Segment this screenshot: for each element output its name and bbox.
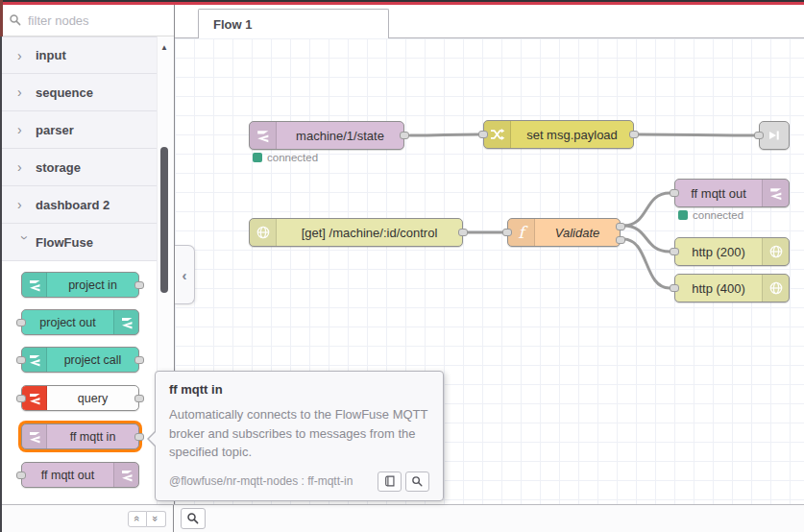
node-http-response-200[interactable]: http (200) [674, 237, 790, 266]
double-chevron-down-icon: » [151, 516, 162, 521]
open-docs-button[interactable] [378, 472, 402, 492]
node-http-in-get-machine-id-control[interactable]: [get] /machine/:id/control [249, 218, 463, 247]
category-storage[interactable]: › storage [0, 149, 157, 186]
palette-categories: › input › sequence › parser › storage › … [0, 36, 157, 261]
palette-node-project-out[interactable]: project out [21, 309, 139, 335]
node-label: Validate [535, 219, 620, 246]
category-sequence[interactable]: › sequence [0, 74, 157, 111]
tooltip-module-name: @flowfuse/nr-mqtt-nodes : ff-mqtt-in [169, 474, 353, 488]
globe-icon [762, 238, 789, 265]
input-port[interactable] [16, 356, 26, 364]
chevron-right-icon: › [17, 85, 36, 100]
node-function-validate[interactable]: f Validate [507, 218, 621, 247]
output-port[interactable] [134, 356, 144, 364]
search-icon [186, 512, 200, 525]
category-dashboard-2[interactable]: › dashboard 2 [0, 186, 157, 224]
tooltip-description: Automatically connects to the FlowFuse M… [169, 405, 429, 462]
node-label: http (400) [675, 275, 762, 302]
function-icon: f [508, 219, 535, 246]
category-input[interactable]: › input [0, 36, 157, 74]
chevron-down-icon: › [17, 235, 33, 254]
output-port[interactable] [134, 395, 144, 402]
palette-node-project-call[interactable]: project call [21, 347, 139, 373]
palette-node-ff-mqtt-in[interactable]: ff mqtt in [21, 423, 139, 449]
output-port[interactable] [629, 131, 639, 138]
output-port[interactable] [134, 433, 144, 441]
canvas-footer [175, 505, 206, 532]
link-out-icon [760, 122, 789, 149]
output-port[interactable] [134, 281, 144, 289]
palette-node-query[interactable]: query [21, 385, 139, 411]
flowfuse-icon [113, 463, 138, 487]
flow-tab-bar: Flow 1 [175, 5, 804, 38]
wire[interactable] [410, 134, 478, 135]
palette-node-label: project in [47, 273, 138, 297]
find-in-workspace-button[interactable] [405, 472, 429, 492]
wire[interactable] [623, 226, 670, 252]
footer-bar: « » [0, 504, 804, 532]
flowfuse-icon [22, 424, 47, 448]
category-label: dashboard 2 [36, 198, 110, 212]
tab-flow-1[interactable]: Flow 1 [198, 9, 389, 38]
scroll-up-icon[interactable]: ▲ [160, 43, 168, 52]
node-change-set-msg-payload[interactable]: set msg.payload [483, 120, 634, 149]
collapse-all-categories-button[interactable]: « [128, 511, 147, 527]
category-flowfuse[interactable]: › FlowFuse [0, 224, 157, 261]
node-label: ff mqtt out [675, 180, 762, 206]
category-label: input [36, 48, 66, 62]
palette-search[interactable] [0, 5, 174, 36]
zoom-search-button[interactable] [181, 508, 206, 529]
output-port-2[interactable] [616, 236, 625, 244]
node-link-out[interactable] [759, 121, 790, 150]
status-dot-icon [253, 153, 262, 162]
node-status: connected [678, 209, 743, 221]
header-accent-bar [0, 0, 804, 5]
input-port[interactable] [754, 132, 764, 139]
book-icon [383, 474, 397, 488]
output-port[interactable] [458, 229, 468, 236]
input-port[interactable] [16, 395, 26, 402]
input-port[interactable] [16, 319, 26, 326]
tooltip-title: ff mqtt in [169, 382, 429, 397]
palette-sidebar: › input › sequence › parser › storage › … [0, 5, 174, 504]
input-port[interactable] [670, 189, 679, 197]
status-dot-icon [678, 210, 688, 220]
input-port[interactable] [670, 248, 679, 255]
output-port[interactable] [400, 132, 409, 139]
category-label: FlowFuse [36, 235, 93, 250]
node-http-response-400[interactable]: http (400) [674, 274, 790, 302]
search-input[interactable] [28, 13, 153, 28]
chevron-right-icon: › [17, 48, 36, 63]
palette-node-label: ff mqtt in [47, 424, 138, 448]
node-label: [get] /machine/:id/control [277, 219, 462, 246]
node-red-editor: › input › sequence › parser › storage › … [0, 0, 804, 532]
flowfuse-icon [762, 180, 789, 206]
chevron-right-icon: › [17, 197, 36, 212]
flowfuse-icon [250, 122, 277, 149]
palette-node-ff-mqtt-out[interactable]: ff mqtt out [21, 462, 139, 488]
chevron-right-icon: › [17, 159, 36, 175]
input-port[interactable] [16, 472, 26, 479]
status-text: connected [267, 152, 318, 163]
flowfuse-icon [113, 310, 138, 334]
node-status: connected [253, 152, 318, 163]
input-port[interactable] [478, 131, 488, 138]
palette-collapse-button[interactable]: ‹ [175, 245, 195, 304]
palette-scrollbar-thumb[interactable] [160, 147, 168, 293]
node-ff-mqtt-out[interactable]: ff mqtt out [674, 179, 790, 207]
node-ff-mqtt-in-machine-1-state[interactable]: machine/1/state [249, 121, 404, 150]
category-parser[interactable]: › parser [0, 111, 157, 149]
wire[interactable] [623, 193, 670, 226]
input-port[interactable] [502, 229, 512, 236]
input-port[interactable] [670, 284, 679, 292]
search-icon [9, 13, 22, 27]
double-chevron-up-icon: « [132, 516, 143, 521]
node-label: machine/1/state [277, 122, 403, 149]
search-icon [411, 475, 424, 488]
wire[interactable] [639, 134, 754, 135]
wire[interactable] [623, 239, 670, 288]
output-port-1[interactable] [616, 223, 625, 230]
expand-all-categories-button[interactable]: » [147, 511, 166, 527]
chevron-right-icon: › [17, 122, 36, 137]
palette-node-project-in[interactable]: project in [21, 272, 139, 298]
